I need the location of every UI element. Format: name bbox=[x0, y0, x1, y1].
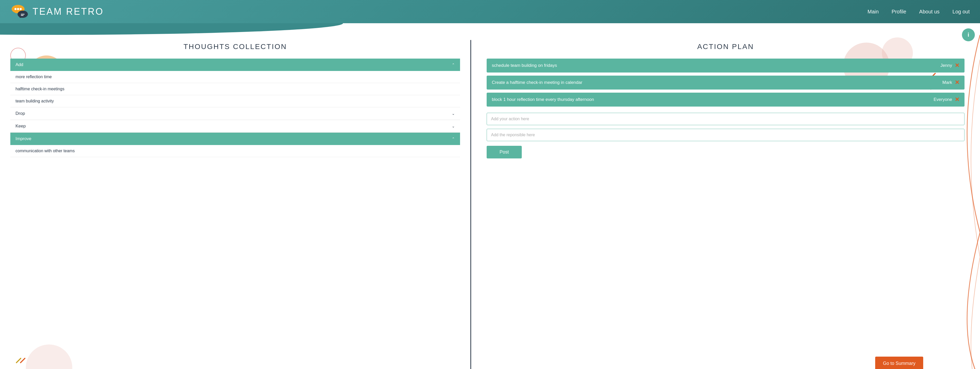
info-button[interactable]: i bbox=[962, 29, 975, 41]
main-content: THOUGHTS COLLECTION Add ⌃ more reflectio… bbox=[0, 35, 980, 369]
accordion-drop-chevron: ⌄ bbox=[452, 111, 455, 116]
accordion-drop-header[interactable]: Drop ⌄ bbox=[10, 107, 460, 120]
accordion-add-header[interactable]: Add ⌃ bbox=[10, 59, 460, 71]
accordion-drop: Drop ⌄ bbox=[10, 107, 460, 120]
accordion-keep-header[interactable]: Keep ⌄ bbox=[10, 120, 460, 133]
logo-icon bbox=[10, 4, 29, 19]
nav-profile[interactable]: Profile bbox=[892, 9, 907, 15]
accordion-keep: Keep ⌄ bbox=[10, 120, 460, 133]
action-text-3: block 1 hour reflection time every thurs… bbox=[492, 97, 934, 102]
action-close-2[interactable]: ✕ bbox=[955, 79, 959, 86]
post-button[interactable]: Post bbox=[487, 146, 522, 158]
list-item: communication with other teams bbox=[10, 145, 460, 157]
action-person-1: Jenny bbox=[940, 63, 952, 68]
info-icon: i bbox=[967, 32, 969, 38]
action-close-3[interactable]: ✕ bbox=[955, 96, 959, 103]
list-item: more reflection time bbox=[10, 71, 460, 83]
list-item: halftime check-in meetings bbox=[10, 83, 460, 95]
nav-main[interactable]: Main bbox=[867, 9, 878, 15]
list-item: team building activity bbox=[10, 95, 460, 107]
action-plan-panel: ACTION PLAN schedule team building on fr… bbox=[471, 35, 980, 369]
accordion-drop-label: Drop bbox=[16, 111, 25, 116]
accordion-improve: Improve ⌃ communication with other teams bbox=[10, 133, 460, 157]
accordion-add-content: more reflection time halftime check-in m… bbox=[10, 71, 460, 107]
app-title: TEAM RETRO bbox=[33, 6, 104, 17]
accordion-improve-chevron: ⌃ bbox=[452, 137, 455, 141]
accordion-improve-label: Improve bbox=[16, 136, 31, 142]
action-input[interactable] bbox=[487, 113, 964, 125]
accordion-improve-content: communication with other teams bbox=[10, 145, 460, 157]
accordion-keep-chevron: ⌄ bbox=[452, 124, 455, 128]
action-text-2: Create a halftime check-in meeting in ca… bbox=[492, 80, 942, 85]
svg-point-1 bbox=[14, 8, 16, 10]
nav-logout[interactable]: Log out bbox=[952, 9, 970, 15]
action-close-1[interactable]: ✕ bbox=[955, 62, 959, 69]
action-inputs bbox=[487, 113, 964, 145]
thoughts-title: THOUGHTS COLLECTION bbox=[10, 43, 460, 51]
nav-links: Main Profile About us Log out bbox=[867, 9, 970, 15]
action-item-2: Create a halftime check-in meeting in ca… bbox=[487, 76, 964, 89]
action-plan-title: ACTION PLAN bbox=[487, 43, 964, 51]
logo-area: TEAM RETRO bbox=[10, 4, 104, 19]
thoughts-panel: THOUGHTS COLLECTION Add ⌃ more reflectio… bbox=[0, 35, 470, 369]
action-item-3: block 1 hour reflection time every thurs… bbox=[487, 93, 964, 107]
goto-summary-button[interactable]: Go to Summary bbox=[875, 356, 923, 369]
responsible-input[interactable] bbox=[487, 129, 964, 141]
action-person-3: Everyone bbox=[934, 97, 952, 102]
header: TEAM RETRO Main Profile About us Log out bbox=[0, 0, 980, 23]
accordion-improve-header[interactable]: Improve ⌃ bbox=[10, 133, 460, 145]
accordion-keep-label: Keep bbox=[16, 124, 26, 129]
header-wave bbox=[0, 23, 980, 35]
svg-point-2 bbox=[17, 8, 19, 10]
action-item-1: schedule team building on fridays Jenny … bbox=[487, 59, 964, 73]
action-person-2: Mark bbox=[942, 80, 952, 85]
nav-about[interactable]: About us bbox=[919, 9, 939, 15]
accordion-add: Add ⌃ more reflection time halftime chec… bbox=[10, 59, 460, 107]
accordion-add-chevron: ⌃ bbox=[452, 63, 455, 67]
svg-point-3 bbox=[20, 8, 22, 10]
accordion-add-label: Add bbox=[16, 62, 23, 67]
action-text-1: schedule team building on fridays bbox=[492, 63, 940, 68]
